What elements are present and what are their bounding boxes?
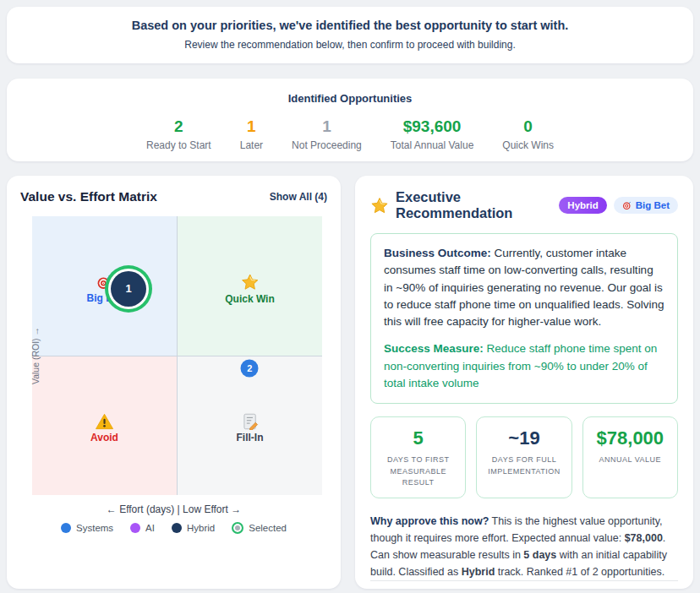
quadrant-quick-win: Quick Win: [178, 216, 322, 356]
stat-value: $78,000: [588, 427, 672, 449]
quadrant-avoid: Avoid: [32, 356, 177, 496]
legend-selected: Selected: [232, 522, 287, 534]
stat-value: ~19: [482, 427, 566, 449]
selected-for-signoff-status: ✓Selected for Sign-Off: [370, 580, 678, 593]
opportunity-marker-2[interactable]: 2: [241, 359, 259, 377]
stat-annual-value: $78,000 ANNUAL VALUE: [582, 416, 678, 498]
stat-label: Ready to Start: [146, 139, 211, 151]
warning-icon: [95, 413, 113, 430]
stat-value: 5: [376, 427, 460, 449]
stat-ready-to-start: 2 Ready to Start: [146, 117, 211, 151]
stat-value: 1: [292, 117, 362, 136]
target-icon: [622, 200, 632, 210]
hybrid-dot-icon: [172, 523, 182, 533]
quadrant-big-bet: Big Bet: [32, 216, 177, 356]
priority-banner: Based on your priorities, we've identifi…: [7, 7, 693, 63]
stat-value: 2: [146, 117, 211, 136]
stat-not-proceeding: 1 Not Proceeding: [292, 117, 362, 151]
business-outcome-box: Business Outcome: Currently, customer in…: [370, 233, 678, 404]
quadrant-matrix: Value (ROI) → Big Bet: [32, 216, 322, 495]
business-outcome-label: Business Outcome:: [384, 247, 491, 259]
stat-value: $93,600: [391, 117, 474, 136]
stat-label: DAYS TO FIRST MEASURABLE RESULT: [376, 454, 460, 489]
quadrant-name: Quick Win: [225, 292, 275, 304]
legend-ai: AI: [130, 522, 155, 534]
x-axis-label: ← Effort (days) | Low Effort →: [20, 503, 327, 515]
stat-label: Later: [240, 139, 263, 151]
star-icon: [370, 197, 389, 215]
y-axis-label: Value (ROI) →: [30, 327, 41, 384]
legend-label: Selected: [249, 523, 287, 533]
stat-label: Total Annual Value: [391, 139, 474, 151]
matrix-title: Value vs. Effort Matrix: [20, 189, 157, 204]
stat-quick-wins: 0 Quick Wins: [502, 117, 554, 151]
hybrid-track-badge: Hybrid: [559, 197, 606, 214]
why-approve-paragraph: Why approve this now? This is the highes…: [370, 513, 678, 580]
systems-dot-icon: [61, 523, 71, 533]
opportunities-stats-row: 2 Ready to Start 1 Later 1 Not Proceedin…: [20, 117, 680, 151]
recommendation-title: Executive Recommendation: [396, 189, 552, 221]
target-icon: [96, 274, 112, 290]
matrix-legend: Systems AI Hybrid Selected: [20, 522, 327, 534]
legend-label: Systems: [76, 523, 113, 533]
why-bold-value: $78,000: [625, 532, 663, 544]
star-icon: [240, 273, 259, 291]
stat-label: Not Proceeding: [292, 139, 362, 151]
ai-dot-icon: [130, 523, 140, 533]
identified-opportunities-card: Identified Opportunities 2 Ready to Star…: [7, 79, 693, 161]
legend-label: AI: [145, 523, 155, 533]
memo-icon: [242, 413, 259, 430]
legend-label: Hybrid: [187, 523, 215, 533]
stat-label: DAYS FOR FULL IMPLEMENTATION: [482, 454, 566, 477]
recommendation-stats-row: 5 DAYS TO FIRST MEASURABLE RESULT ~19 DA…: [370, 416, 678, 498]
value-effort-matrix-card: Value vs. Effort Matrix Show All (4) Val…: [7, 176, 341, 589]
banner-title: Based on your priorities, we've identifi…: [24, 19, 676, 32]
stat-value: 1: [240, 117, 263, 136]
opportunities-title: Identified Opportunities: [20, 92, 680, 105]
executive-recommendation-card: Executive Recommendation Hybrid Big Bet …: [355, 176, 693, 589]
stat-later: 1 Later: [240, 117, 263, 151]
banner-subtitle: Review the recommendation below, then co…: [24, 39, 676, 51]
stat-label: Quick Wins: [502, 139, 554, 151]
quadrant-label-group: Fill-In: [237, 413, 264, 443]
legend-systems: Systems: [61, 522, 113, 534]
why-approve-label: Why approve this now?: [370, 515, 489, 527]
quadrant-name: Fill-In: [237, 432, 264, 443]
opportunity-marker-1-selected[interactable]: 1: [111, 271, 146, 307]
stat-label: ANNUAL VALUE: [588, 454, 672, 466]
show-all-button[interactable]: Show All (4): [270, 191, 327, 203]
quadrant-label-group: Quick Win: [225, 273, 275, 304]
stat-total-annual-value: $93,600 Total Annual Value: [391, 117, 474, 151]
big-bet-badge: Big Bet: [614, 197, 678, 214]
selected-ring-icon: [232, 522, 243, 534]
legend-hybrid: Hybrid: [172, 522, 215, 534]
why-text: track. Ranked #1 of 2 opportunities.: [495, 566, 664, 578]
big-bet-badge-label: Big Bet: [636, 200, 670, 210]
quadrant-label-group: Avoid: [90, 413, 118, 443]
why-bold-track: Hybrid: [462, 566, 495, 578]
stat-days-to-first-result: 5 DAYS TO FIRST MEASURABLE RESULT: [370, 416, 466, 498]
stat-days-full-implementation: ~19 DAYS FOR FULL IMPLEMENTATION: [476, 416, 571, 498]
why-bold-days: 5 days: [523, 549, 556, 561]
success-measure-label: Success Measure:: [384, 342, 484, 355]
stat-value: 0: [502, 117, 554, 136]
quadrant-name: Avoid: [90, 432, 118, 443]
